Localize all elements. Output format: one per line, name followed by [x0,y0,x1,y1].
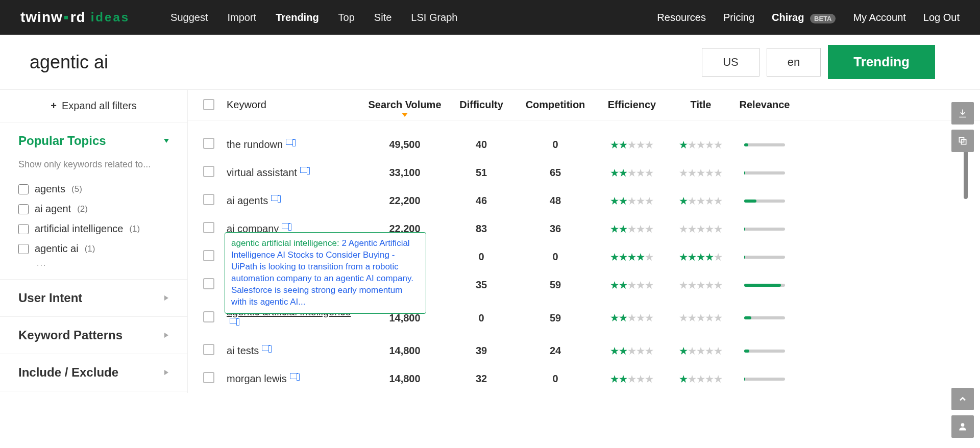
news-icon[interactable] [286,139,294,145]
difficulty-cell: 51 [448,167,514,179]
relevance-bar [744,228,785,231]
col-keyword[interactable]: Keyword [224,99,361,111]
star-rating: ★★★★★ [596,280,668,291]
star-rating: ★★★★★ [596,223,668,235]
plus-icon: + [51,100,57,112]
news-icon[interactable] [230,318,238,324]
nav-trending[interactable]: Trending [276,12,318,23]
nav-suggest[interactable]: Suggest [170,12,208,23]
search-query[interactable]: agentic ai [30,52,702,73]
col-competition[interactable]: Competition [514,99,596,111]
row-checkbox[interactable] [203,222,214,233]
topic-item[interactable]: artificial intelligence (1) [18,219,169,239]
row-checkbox[interactable] [203,372,214,383]
sort-desc-icon [402,113,408,117]
keyword-tooltip: agentic artificial intelligence: 2 Agent… [225,232,426,314]
relevance-bar [744,284,785,287]
nav-import[interactable]: Import [227,12,256,23]
topic-label: agents [35,183,65,195]
select-all-checkbox[interactable] [203,99,214,110]
brand-logo[interactable]: twinw▪rd ideas [20,9,130,26]
row-checkbox[interactable] [203,138,214,149]
star-rating: ★★★★★ [596,252,668,263]
table-row: the rundown49,500400★★★★★★★★★★ [188,131,980,159]
chevron-up-icon [958,394,968,404]
topic-label: artificial intelligence [35,223,123,235]
news-icon[interactable] [282,223,290,229]
col-relevance[interactable]: Relevance [734,99,795,111]
download-button[interactable] [951,102,974,125]
topic-item[interactable]: agentic ai (1) [18,239,169,259]
volume-cell: 14,800 [361,345,448,357]
star-rating: ★★★★★ [596,312,668,323]
search-button[interactable]: Trending [828,45,935,79]
row-checkbox[interactable] [203,311,214,322]
topic-item[interactable]: ai agent (2) [18,199,169,219]
copy-button[interactable] [951,130,974,152]
row-checkbox[interactable] [203,166,214,177]
competition-cell: 65 [514,167,596,179]
difficulty-cell: 46 [448,195,514,207]
row-checkbox[interactable] [203,250,214,261]
topic-item[interactable]: agents (5) [18,179,169,199]
row-checkbox[interactable] [203,344,214,355]
nav-site[interactable]: Site [374,12,391,23]
topic-count: (2) [77,204,88,214]
download-icon [958,108,968,118]
row-checkbox[interactable] [203,194,214,205]
relevance-bar [744,350,785,353]
competition-cell: 59 [514,312,596,324]
expand-all-filters[interactable]: + Expand all filters [0,90,187,122]
col-difficulty[interactable]: Difficulty [448,99,514,111]
keyword-cell[interactable]: ai tests [224,345,361,357]
volume-cell: 33,100 [361,167,448,179]
keyword-cell[interactable]: the rundown [224,139,361,151]
topic-checkbox[interactable] [18,204,29,214]
region-dropdown[interactable]: US [702,48,760,77]
col-efficiency[interactable]: Efficiency [596,99,668,111]
keyword-cell[interactable]: virtual assistant [224,167,361,179]
row-checkbox[interactable] [203,278,214,289]
volume-cell: 49,500 [361,139,448,151]
news-icon[interactable] [262,345,270,351]
filter-include-exclude[interactable]: Include / Exclude [0,354,187,391]
nav-top[interactable]: Top [338,12,355,23]
nav-resources[interactable]: Resources [657,12,706,23]
keyword-cell[interactable]: ai agents [224,195,361,207]
table-row: morgan lewis14,800320★★★★★★★★★★ [188,365,980,393]
filter-keyword-patterns[interactable]: Keyword Patterns [0,317,187,354]
language-dropdown[interactable]: en [767,48,821,77]
topic-checkbox[interactable] [18,184,29,194]
news-icon[interactable] [290,373,298,379]
nav-pricing[interactable]: Pricing [723,12,754,23]
difficulty-cell: 39 [448,345,514,357]
news-icon[interactable] [271,195,279,201]
nav-logout[interactable]: Log Out [923,12,960,23]
nav-lsi-graph[interactable]: LSI Graph [411,12,457,23]
table-row: ai agents22,2004648★★★★★★★★★★ [188,187,980,215]
scroll-top-button[interactable] [951,388,974,410]
col-title[interactable]: Title [668,99,734,111]
table-row: ai tests14,8003924★★★★★★★★★★ [188,337,980,365]
topic-checkbox[interactable] [18,244,29,254]
filter-user-intent[interactable]: User Intent [0,280,187,316]
nav-account[interactable]: My Account [853,12,905,23]
competition-cell: 24 [514,345,596,357]
chevron-down-icon [164,139,169,143]
profile-button[interactable] [951,415,974,438]
competition-cell: 0 [514,373,596,385]
topic-count: (5) [71,184,82,194]
volume-cell: 22,200 [361,195,448,207]
keyword-cell[interactable]: morgan lewis [224,373,361,385]
competition-cell: 48 [514,195,596,207]
col-search-volume[interactable]: Search Volume [361,99,448,117]
news-icon[interactable] [300,167,308,173]
relevance-bar [744,316,785,319]
star-rating: ★★★★★ [596,139,668,151]
svg-point-2 [961,423,965,427]
nav-user[interactable]: Chirag BETA [772,12,836,23]
topic-checkbox[interactable] [18,224,29,234]
filter-popular-topics[interactable]: Popular Topics [0,122,187,159]
more-topics[interactable]: ... [18,259,169,268]
star-rating: ★★★★★ [668,312,734,323]
